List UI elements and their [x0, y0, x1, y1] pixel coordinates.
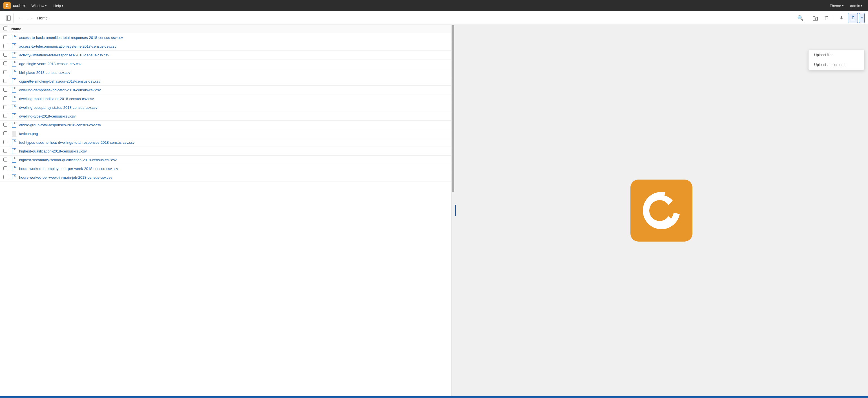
file-check-input[interactable]: [3, 175, 7, 179]
select-all-checkbox[interactable]: [3, 27, 9, 31]
file-check-input[interactable]: [3, 123, 7, 127]
file-checkbox[interactable]: [3, 53, 9, 58]
svg-rect-0: [6, 16, 11, 20]
file-checkbox[interactable]: [3, 140, 9, 145]
file-checkbox[interactable]: [3, 70, 9, 75]
file-check-input[interactable]: [3, 96, 7, 100]
upload-icon: [850, 15, 856, 21]
list-item[interactable]: birthplace-2018-census-csv.csv: [0, 68, 451, 77]
sidebar-icon: [6, 16, 11, 21]
csv-file-icon: [11, 61, 17, 66]
file-checkbox[interactable]: [3, 166, 9, 171]
download-button[interactable]: [836, 13, 846, 23]
file-name: dwelling-mould-indicator-2018-census-csv…: [19, 97, 94, 101]
chevron-down-icon: ▾: [861, 17, 863, 20]
list-item[interactable]: dwelling-mould-indicator-2018-census-csv…: [0, 94, 451, 103]
file-check-input[interactable]: [3, 88, 7, 92]
file-check-input[interactable]: [3, 114, 7, 118]
scrollbar-thumb[interactable]: [452, 25, 454, 192]
theme-menu[interactable]: Theme ▾: [828, 3, 845, 9]
file-checkbox[interactable]: [3, 35, 9, 40]
file-check-input[interactable]: [3, 70, 7, 74]
list-item[interactable]: age-single-years-2018-census-csv.csv: [0, 59, 451, 68]
file-checkbox[interactable]: [3, 149, 9, 154]
file-checkbox[interactable]: [3, 61, 9, 66]
admin-menu[interactable]: admin ▾: [848, 3, 865, 9]
file-checkbox[interactable]: [3, 131, 9, 136]
search-icon: 🔍: [797, 15, 803, 21]
file-checkbox[interactable]: [3, 158, 9, 162]
file-check-input[interactable]: [3, 166, 7, 170]
new-folder-button[interactable]: [810, 13, 820, 23]
app-name: codbex: [13, 3, 26, 8]
search-button[interactable]: 🔍: [795, 13, 805, 23]
file-checkbox[interactable]: [3, 175, 9, 180]
file-checkbox[interactable]: [3, 105, 9, 110]
list-item[interactable]: dwelling-type-2018-census-csv.csv: [0, 112, 451, 121]
file-checkbox[interactable]: [3, 114, 9, 119]
upload-files-option[interactable]: Upload files: [809, 50, 864, 60]
upload-button[interactable]: [848, 13, 858, 23]
list-item[interactable]: activity-limitations-total-responses-201…: [0, 51, 451, 59]
sidebar-toggle-button[interactable]: [3, 13, 13, 23]
list-item[interactable]: highest-qualification-2018-census-csv.cs…: [0, 147, 451, 156]
select-all-input[interactable]: [3, 27, 7, 30]
file-checkbox[interactable]: [3, 96, 9, 101]
drag-handle[interactable]: [455, 205, 456, 216]
forward-button[interactable]: →: [26, 13, 35, 23]
status-bar: [0, 396, 868, 398]
file-checkbox[interactable]: [3, 79, 9, 84]
file-checkbox[interactable]: [3, 123, 9, 127]
list-item[interactable]: dwelling-dampness-indicator-2018-census-…: [0, 86, 451, 94]
file-check-input[interactable]: [3, 105, 7, 109]
file-check-input[interactable]: [3, 158, 7, 161]
codbex-logo-preview: [630, 180, 692, 242]
delete-button[interactable]: [822, 13, 832, 23]
chevron-down-icon: ▾: [842, 4, 843, 7]
list-item[interactable]: hours-worked-per-week-in-main-job-2018-c…: [0, 173, 451, 182]
list-item[interactable]: favicon.png: [0, 129, 451, 138]
list-item[interactable]: cigarette-smoking-behaviour-2018-census-…: [0, 77, 451, 86]
topbar-right: Theme ▾ admin ▾: [828, 3, 865, 9]
app-logo-letter: C: [6, 3, 8, 8]
file-check-input[interactable]: [3, 149, 7, 153]
file-name: access-to-basic-amenities-total-response…: [19, 35, 123, 40]
csv-file-icon: [11, 104, 17, 110]
csv-file-icon: [11, 122, 17, 128]
preview-image-container: [630, 180, 692, 242]
file-check-input[interactable]: [3, 79, 7, 83]
menu-help[interactable]: Help ▾: [51, 3, 65, 9]
list-item[interactable]: highest-secondary-school-qualification-2…: [0, 156, 451, 164]
csv-file-icon: [11, 157, 17, 163]
download-icon: [839, 15, 844, 21]
list-item[interactable]: fuel-types-used-to-heat-dwellings-total-…: [0, 138, 451, 147]
upload-dropdown-button[interactable]: ▾: [859, 13, 865, 23]
codbex-logo-svg: [642, 191, 681, 230]
file-check-input[interactable]: [3, 53, 7, 57]
new-folder-icon: [812, 15, 818, 21]
file-name: favicon.png: [19, 132, 38, 136]
file-checkbox[interactable]: [3, 88, 9, 92]
file-name: age-single-years-2018-census-csv.csv: [19, 62, 82, 66]
file-check-input[interactable]: [3, 44, 7, 48]
csv-file-icon: [11, 140, 17, 145]
file-name: activity-limitations-total-responses-201…: [19, 53, 110, 57]
list-item[interactable]: ethnic-group-total-responses-2018-census…: [0, 121, 451, 129]
chevron-down-icon: ▾: [45, 4, 46, 7]
file-check-input[interactable]: [3, 131, 7, 135]
back-button[interactable]: ←: [16, 13, 25, 23]
list-item[interactable]: access-to-basic-amenities-total-response…: [0, 33, 451, 42]
scrollbar[interactable]: [452, 25, 455, 396]
file-checkbox[interactable]: [3, 44, 9, 49]
file-check-input[interactable]: [3, 140, 7, 144]
list-item[interactable]: hours-worked-in-employment-per-week-2018…: [0, 164, 451, 173]
menu-window[interactable]: Window ▾: [29, 3, 49, 9]
list-item[interactable]: dwelling-occupancy-status-2018-census-cs…: [0, 103, 451, 112]
file-check-input[interactable]: [3, 61, 7, 65]
file-name: dwelling-dampness-indicator-2018-census-…: [19, 88, 101, 92]
file-check-input[interactable]: [3, 35, 7, 39]
csv-file-icon: [11, 148, 17, 154]
list-item[interactable]: access-to-telecommunication-systems-2018…: [0, 42, 451, 51]
image-file-icon: [11, 131, 17, 136]
upload-zip-option[interactable]: Upload zip contents: [809, 60, 864, 70]
